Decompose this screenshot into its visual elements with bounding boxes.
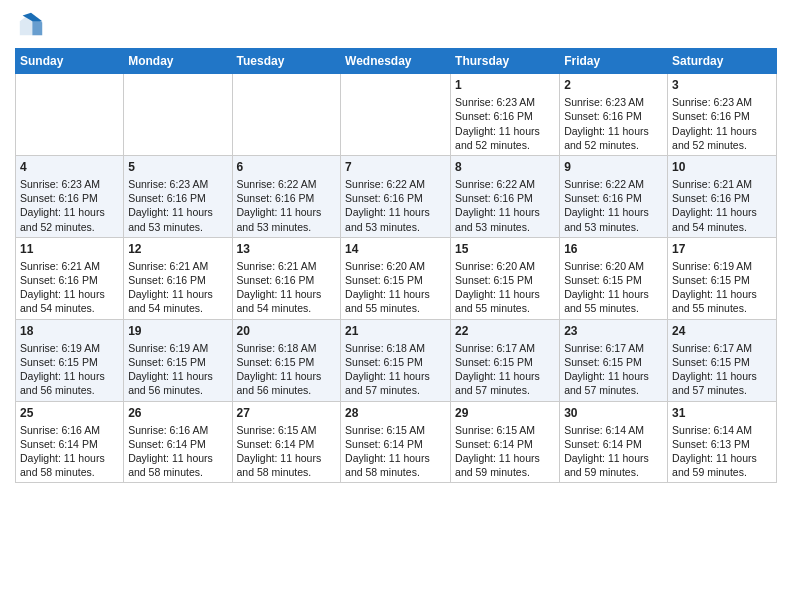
cell-info: Daylight: 11 hours and 53 minutes. [564, 206, 649, 232]
cell-info: Sunrise: 6:17 AM [455, 342, 535, 354]
day-number: 1 [455, 77, 555, 93]
cell-info: Sunset: 6:16 PM [237, 192, 315, 204]
cell-info: Sunrise: 6:20 AM [345, 260, 425, 272]
calendar-cell: 9Sunrise: 6:22 AMSunset: 6:16 PMDaylight… [560, 155, 668, 237]
cell-info: Sunrise: 6:23 AM [455, 96, 535, 108]
day-number: 15 [455, 241, 555, 257]
calendar-cell: 21Sunrise: 6:18 AMSunset: 6:15 PMDayligh… [341, 319, 451, 401]
calendar-cell: 16Sunrise: 6:20 AMSunset: 6:15 PMDayligh… [560, 237, 668, 319]
cell-info: Sunrise: 6:15 AM [345, 424, 425, 436]
day-number: 13 [237, 241, 337, 257]
cell-info: Daylight: 11 hours and 56 minutes. [128, 370, 213, 396]
cell-info: Sunset: 6:14 PM [128, 438, 206, 450]
col-header-sunday: Sunday [16, 49, 124, 74]
day-number: 26 [128, 405, 227, 421]
day-number: 29 [455, 405, 555, 421]
calendar-cell: 22Sunrise: 6:17 AMSunset: 6:15 PMDayligh… [451, 319, 560, 401]
cell-info: Sunrise: 6:23 AM [672, 96, 752, 108]
day-number: 12 [128, 241, 227, 257]
cell-info: Daylight: 11 hours and 57 minutes. [455, 370, 540, 396]
cell-info: Sunrise: 6:22 AM [455, 178, 535, 190]
cell-info: Daylight: 11 hours and 57 minutes. [672, 370, 757, 396]
cell-info: Sunrise: 6:22 AM [564, 178, 644, 190]
cell-info: Daylight: 11 hours and 56 minutes. [237, 370, 322, 396]
day-number: 8 [455, 159, 555, 175]
day-number: 20 [237, 323, 337, 339]
col-header-friday: Friday [560, 49, 668, 74]
day-number: 14 [345, 241, 446, 257]
cell-info: Sunset: 6:15 PM [672, 274, 750, 286]
day-number: 2 [564, 77, 663, 93]
cell-info: Daylight: 11 hours and 52 minutes. [564, 125, 649, 151]
calendar-cell: 28Sunrise: 6:15 AMSunset: 6:14 PMDayligh… [341, 401, 451, 483]
header [15, 10, 777, 42]
day-number: 17 [672, 241, 772, 257]
day-number: 16 [564, 241, 663, 257]
calendar-cell: 20Sunrise: 6:18 AMSunset: 6:15 PMDayligh… [232, 319, 341, 401]
calendar-cell: 23Sunrise: 6:17 AMSunset: 6:15 PMDayligh… [560, 319, 668, 401]
calendar-week-row: 11Sunrise: 6:21 AMSunset: 6:16 PMDayligh… [16, 237, 777, 319]
day-number: 22 [455, 323, 555, 339]
cell-info: Daylight: 11 hours and 54 minutes. [128, 288, 213, 314]
calendar-cell: 25Sunrise: 6:16 AMSunset: 6:14 PMDayligh… [16, 401, 124, 483]
cell-info: Daylight: 11 hours and 52 minutes. [455, 125, 540, 151]
calendar-cell: 27Sunrise: 6:15 AMSunset: 6:14 PMDayligh… [232, 401, 341, 483]
calendar-cell [341, 74, 451, 156]
day-number: 21 [345, 323, 446, 339]
cell-info: Sunrise: 6:20 AM [455, 260, 535, 272]
cell-info: Sunrise: 6:21 AM [237, 260, 317, 272]
day-number: 19 [128, 323, 227, 339]
calendar-cell: 3Sunrise: 6:23 AMSunset: 6:16 PMDaylight… [668, 74, 777, 156]
calendar-week-row: 18Sunrise: 6:19 AMSunset: 6:15 PMDayligh… [16, 319, 777, 401]
calendar-week-row: 25Sunrise: 6:16 AMSunset: 6:14 PMDayligh… [16, 401, 777, 483]
calendar-cell: 15Sunrise: 6:20 AMSunset: 6:15 PMDayligh… [451, 237, 560, 319]
cell-info: Daylight: 11 hours and 54 minutes. [237, 288, 322, 314]
calendar-cell: 24Sunrise: 6:17 AMSunset: 6:15 PMDayligh… [668, 319, 777, 401]
cell-info: Sunset: 6:14 PM [455, 438, 533, 450]
calendar-cell: 17Sunrise: 6:19 AMSunset: 6:15 PMDayligh… [668, 237, 777, 319]
day-number: 23 [564, 323, 663, 339]
cell-info: Daylight: 11 hours and 53 minutes. [455, 206, 540, 232]
calendar-cell: 18Sunrise: 6:19 AMSunset: 6:15 PMDayligh… [16, 319, 124, 401]
day-number: 7 [345, 159, 446, 175]
cell-info: Sunrise: 6:21 AM [128, 260, 208, 272]
calendar-cell: 10Sunrise: 6:21 AMSunset: 6:16 PMDayligh… [668, 155, 777, 237]
cell-info: Sunset: 6:14 PM [237, 438, 315, 450]
cell-info: Sunset: 6:15 PM [345, 274, 423, 286]
day-number: 28 [345, 405, 446, 421]
calendar-cell [124, 74, 232, 156]
cell-info: Daylight: 11 hours and 55 minutes. [345, 288, 430, 314]
cell-info: Daylight: 11 hours and 52 minutes. [20, 206, 105, 232]
col-header-thursday: Thursday [451, 49, 560, 74]
cell-info: Sunset: 6:15 PM [564, 274, 642, 286]
col-header-monday: Monday [124, 49, 232, 74]
cell-info: Daylight: 11 hours and 55 minutes. [455, 288, 540, 314]
day-number: 30 [564, 405, 663, 421]
cell-info: Daylight: 11 hours and 59 minutes. [672, 452, 757, 478]
day-number: 10 [672, 159, 772, 175]
cell-info: Daylight: 11 hours and 53 minutes. [128, 206, 213, 232]
day-number: 9 [564, 159, 663, 175]
cell-info: Sunrise: 6:17 AM [672, 342, 752, 354]
cell-info: Sunset: 6:15 PM [564, 356, 642, 368]
calendar-cell: 4Sunrise: 6:23 AMSunset: 6:16 PMDaylight… [16, 155, 124, 237]
calendar-cell: 1Sunrise: 6:23 AMSunset: 6:16 PMDaylight… [451, 74, 560, 156]
cell-info: Sunrise: 6:19 AM [672, 260, 752, 272]
cell-info: Sunrise: 6:23 AM [564, 96, 644, 108]
cell-info: Sunrise: 6:19 AM [20, 342, 100, 354]
cell-info: Sunset: 6:15 PM [455, 356, 533, 368]
cell-info: Daylight: 11 hours and 53 minutes. [237, 206, 322, 232]
calendar-week-row: 1Sunrise: 6:23 AMSunset: 6:16 PMDaylight… [16, 74, 777, 156]
cell-info: Daylight: 11 hours and 54 minutes. [20, 288, 105, 314]
calendar-cell: 19Sunrise: 6:19 AMSunset: 6:15 PMDayligh… [124, 319, 232, 401]
page: SundayMondayTuesdayWednesdayThursdayFrid… [0, 0, 792, 612]
cell-info: Sunrise: 6:20 AM [564, 260, 644, 272]
cell-info: Sunset: 6:16 PM [564, 110, 642, 122]
cell-info: Sunrise: 6:18 AM [345, 342, 425, 354]
cell-info: Sunset: 6:16 PM [455, 192, 533, 204]
cell-info: Sunset: 6:16 PM [128, 274, 206, 286]
day-number: 3 [672, 77, 772, 93]
day-number: 18 [20, 323, 119, 339]
cell-info: Sunset: 6:16 PM [455, 110, 533, 122]
calendar-cell: 8Sunrise: 6:22 AMSunset: 6:16 PMDaylight… [451, 155, 560, 237]
